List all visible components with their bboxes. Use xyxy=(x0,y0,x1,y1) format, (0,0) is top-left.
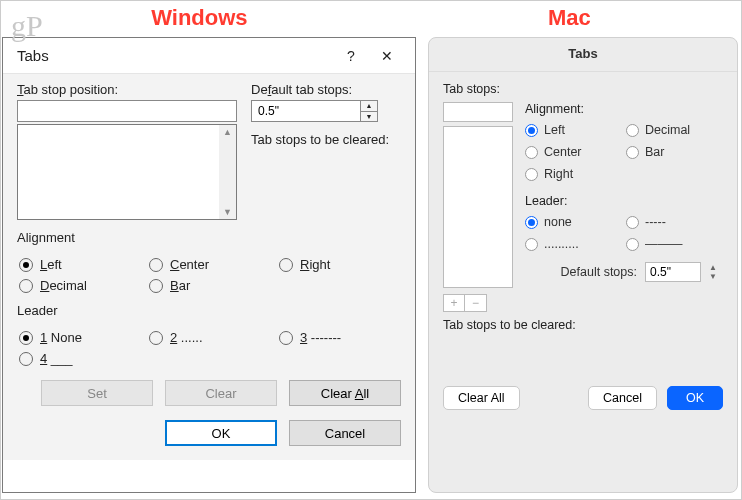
default-stops-label: Default stops: xyxy=(561,265,637,279)
alignment-right-radio[interactable]: Right xyxy=(525,167,622,181)
windows-titlebar: Tabs ? ✕ xyxy=(3,38,415,74)
dialog-title: Tabs xyxy=(429,46,737,61)
alignment-decimal-radio[interactable]: Decimal xyxy=(626,123,723,137)
default-tab-stops-input[interactable] xyxy=(251,100,361,122)
minus-icon: − xyxy=(472,296,479,310)
tab-stop-input[interactable] xyxy=(443,102,513,122)
close-button[interactable]: ✕ xyxy=(369,38,405,74)
leader-underline-radio[interactable]: 4 ___ xyxy=(19,351,149,366)
default-tab-stops-label: Default tab stops: xyxy=(251,82,389,97)
alignment-bar-radio[interactable]: Bar xyxy=(149,278,279,293)
mac-dialog: Tabs Tab stops: + − Alignment: Left Deci… xyxy=(428,37,738,493)
default-stops-stepper[interactable]: ▲▼ xyxy=(709,262,723,282)
ok-button[interactable]: OK xyxy=(165,420,277,446)
dialog-title: Tabs xyxy=(17,47,333,64)
leader-dashes-radio[interactable]: ----- xyxy=(626,215,723,229)
spinner-down-icon[interactable]: ▼ xyxy=(361,112,377,122)
spinner-up-icon[interactable]: ▲ xyxy=(361,101,377,112)
scroll-up-icon[interactable]: ▲ xyxy=(223,127,232,137)
ok-button[interactable]: OK xyxy=(667,386,723,410)
leader-none-radio[interactable]: none xyxy=(525,215,622,229)
clear-button[interactable]: Clear xyxy=(165,380,277,406)
alignment-group-label: Alignment: xyxy=(525,102,723,116)
watermark-logo: gP xyxy=(11,9,43,43)
leader-dots-radio[interactable]: .......... xyxy=(525,237,622,251)
tab-stop-position-label: TTab stop position:ab stop position: xyxy=(17,82,237,97)
header-windows: Windows xyxy=(151,5,247,31)
tab-stops-label: Tab stops: xyxy=(443,82,723,96)
leader-underline-radio[interactable]: ——— xyxy=(626,237,723,251)
tab-stop-listbox[interactable] xyxy=(443,126,513,288)
stepper-up-icon: ▲ xyxy=(709,263,723,272)
leader-dashes-radio[interactable]: 3 ------- xyxy=(279,330,401,345)
tab-stop-position-input[interactable] xyxy=(17,100,237,122)
add-tab-button[interactable]: + xyxy=(443,294,465,312)
alignment-decimal-radio[interactable]: Decimal xyxy=(19,278,149,293)
leader-group-label: Leader xyxy=(17,303,401,318)
alignment-right-radio[interactable]: Right xyxy=(279,257,401,272)
alignment-center-radio[interactable]: Center xyxy=(149,257,279,272)
set-button[interactable]: Set xyxy=(41,380,153,406)
tabs-to-be-cleared-label: Tab stops to be cleared: xyxy=(251,132,389,147)
header-mac: Mac xyxy=(548,5,591,31)
alignment-center-radio[interactable]: Center xyxy=(525,145,622,159)
tabs-to-be-cleared-label: Tab stops to be cleared: xyxy=(443,318,723,332)
cancel-button[interactable]: Cancel xyxy=(588,386,657,410)
alignment-left-radio[interactable]: Left xyxy=(19,257,149,272)
leader-dots-radio[interactable]: 2 ...... xyxy=(149,330,279,345)
close-icon: ✕ xyxy=(381,48,393,64)
windows-dialog: Tabs ? ✕ TTab stop position:ab stop posi… xyxy=(2,37,416,493)
leader-group-label: Leader: xyxy=(525,194,723,208)
alignment-bar-radio[interactable]: Bar xyxy=(626,145,723,159)
listbox-scrollbar[interactable]: ▲▼ xyxy=(219,125,236,219)
cancel-button[interactable]: Cancel xyxy=(289,420,401,446)
clear-all-button[interactable]: Clear All xyxy=(443,386,520,410)
scroll-down-icon[interactable]: ▼ xyxy=(223,207,232,217)
plus-icon: + xyxy=(450,296,457,310)
default-stops-input[interactable] xyxy=(645,262,701,282)
leader-none-radio[interactable]: 1 None xyxy=(19,330,149,345)
default-tab-stops-spinner[interactable]: ▲▼ xyxy=(251,100,389,122)
stepper-down-icon: ▼ xyxy=(709,272,723,281)
help-button[interactable]: ? xyxy=(333,38,369,74)
help-icon: ? xyxy=(347,48,355,64)
alignment-left-radio[interactable]: Left xyxy=(525,123,622,137)
alignment-group-label: Alignment xyxy=(17,230,401,245)
remove-tab-button[interactable]: − xyxy=(465,294,487,312)
tab-stop-listbox[interactable]: ▲▼ xyxy=(17,124,237,220)
clear-all-button[interactable]: Clear All xyxy=(289,380,401,406)
